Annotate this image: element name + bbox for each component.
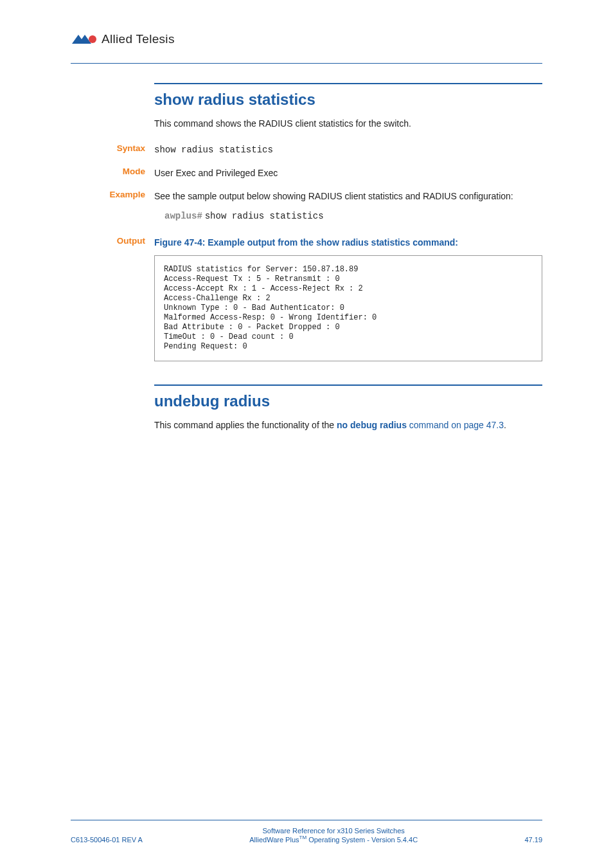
syntax-value: show radius statistics — [154, 143, 542, 156]
example-row: Example See the sample output below show… — [154, 190, 542, 223]
syntax-row: Syntax show radius statistics — [154, 143, 542, 156]
cli-prompt: awplus# — [164, 211, 202, 221]
footer-title: Software Reference for x310 Series Switc… — [143, 827, 525, 835]
footer-page-number: 47.19 — [524, 836, 542, 844]
syntax-label: Syntax — [71, 143, 154, 153]
figure-caption: Figure 47-4: Example output from the sho… — [154, 236, 542, 249]
output-row: Output Figure 47-4: Example output from … — [154, 236, 542, 361]
section-rule — [154, 384, 542, 386]
output-box: RADIUS statistics for Server: 150.87.18.… — [154, 255, 542, 361]
output-label: Output — [71, 236, 154, 246]
svg-point-2 — [89, 35, 96, 43]
section-rule — [154, 83, 542, 84]
no-debug-radius-link-page[interactable]: command on page 47.3 — [407, 420, 504, 430]
undebug-text-before: This command applies the functionality o… — [154, 420, 337, 430]
page-header: Allied Telesis — [71, 32, 542, 64]
brand-logo: Allied Telesis — [71, 32, 175, 46]
section-title-undebug-radius: undebug radius — [154, 392, 542, 410]
intro-text: This command shows the RADIUS client sta… — [154, 118, 542, 131]
logo-mark-icon — [71, 33, 99, 45]
mode-value: User Exec and Privileged Exec — [154, 167, 542, 179]
footer-subtitle: AlliedWare PlusTM Operating System - Ver… — [143, 835, 525, 844]
mode-row: Mode User Exec and Privileged Exec — [154, 167, 542, 179]
brand-name: Allied Telesis — [102, 32, 175, 46]
undebug-text: This command applies the functionality o… — [154, 419, 542, 432]
no-debug-radius-link[interactable]: no debug radius — [337, 420, 407, 430]
page-footer: C613-50046-01 REV A Software Reference f… — [71, 820, 542, 844]
footer-doc-id: C613-50046-01 REV A — [71, 836, 143, 844]
mode-label: Mode — [71, 167, 154, 176]
cli-command: show radius statistics — [205, 211, 324, 221]
example-command-block: awplus# show radius statistics — [164, 209, 542, 222]
example-text: See the sample output below showing RADI… — [154, 190, 542, 203]
undebug-text-after: . — [504, 420, 506, 430]
example-label: Example — [71, 190, 154, 199]
section-title-show-radius: show radius statistics — [154, 91, 542, 109]
